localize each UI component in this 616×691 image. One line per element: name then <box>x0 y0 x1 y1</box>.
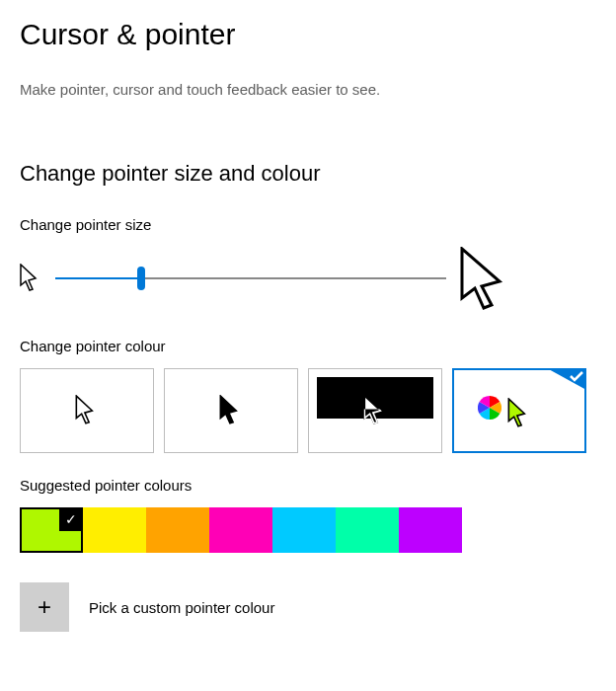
section-heading-size-colour: Change pointer size and colour <box>20 161 596 187</box>
custom-colour-row: + Pick a custom pointer colour <box>20 582 596 632</box>
suggested-colour-swatches: ✓ <box>20 507 596 553</box>
cursor-icon <box>75 395 99 426</box>
pointer-small-icon <box>20 264 41 293</box>
check-icon: ✓ <box>59 507 83 531</box>
colour-wheel-icon <box>478 396 501 420</box>
page-title: Cursor & pointer <box>20 18 596 51</box>
colour-swatch[interactable] <box>146 507 209 553</box>
scheme-custom[interactable] <box>452 368 586 453</box>
scheme-black[interactable] <box>164 368 298 453</box>
page-subtitle: Make pointer, cursor and touch feedback … <box>20 81 596 98</box>
add-custom-colour-button[interactable]: + <box>20 582 69 632</box>
custom-colour-label: Pick a custom pointer colour <box>89 599 274 616</box>
scheme-inverted[interactable] <box>308 368 442 453</box>
colour-swatch[interactable] <box>83 507 146 553</box>
colour-swatch[interactable] <box>399 507 462 553</box>
plus-icon: + <box>38 593 51 621</box>
pointer-size-slider-row <box>20 247 573 310</box>
colour-swatch[interactable] <box>272 507 336 553</box>
selected-check-icon <box>547 368 586 390</box>
colour-swatch[interactable] <box>209 507 272 553</box>
colour-swatch[interactable] <box>336 507 399 553</box>
scheme-white[interactable] <box>20 368 154 453</box>
pointer-large-icon <box>460 247 511 310</box>
suggested-label: Suggested pointer colours <box>20 477 596 494</box>
cursor-icon <box>363 395 387 426</box>
colour-swatch[interactable]: ✓ <box>20 507 83 553</box>
cursor-icon <box>507 398 531 429</box>
colour-label: Change pointer colour <box>20 338 596 354</box>
size-label: Change pointer size <box>20 216 596 233</box>
pointer-size-slider[interactable] <box>55 267 446 290</box>
cursor-icon <box>219 395 243 426</box>
pointer-colour-schemes <box>20 368 596 453</box>
